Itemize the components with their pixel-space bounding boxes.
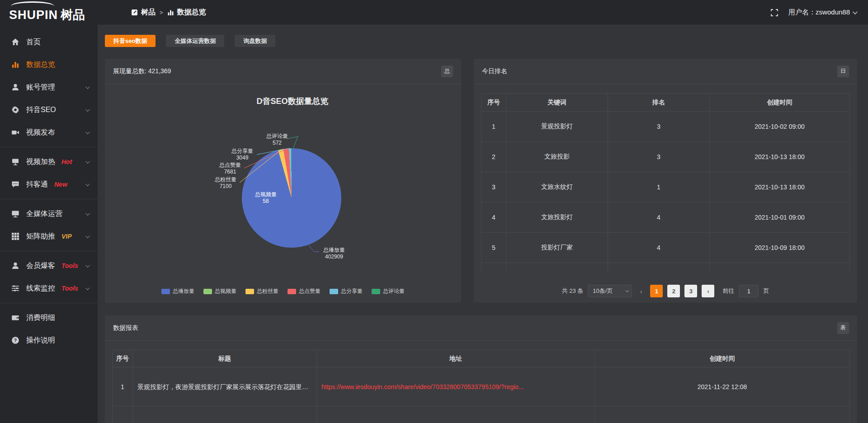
col-header-keyword: 关键词 — [506, 94, 608, 112]
sidebar-item-media-operation[interactable]: 全媒体运营 — [0, 202, 98, 225]
tab-media-operation-data[interactable]: 全媒体运营数据 — [166, 35, 224, 47]
cell-keyword: 文旅水纹灯 — [506, 172, 608, 202]
pie-label-value: 7681 — [210, 169, 250, 175]
table-row[interactable]: 4 文旅投影灯 4 2021-10-01 09:00 — [481, 202, 850, 233]
top-right-controls: 用户名：zswodun88 — [770, 8, 856, 17]
sidebar-item-label: 视频发布 — [26, 128, 55, 137]
legend-item-fans[interactable]: 总粉丝量 — [245, 287, 278, 295]
chevron-down-icon — [85, 159, 90, 164]
cell-keyword: 景观投影灯 — [506, 112, 608, 142]
page-button-1[interactable]: 1 — [650, 285, 663, 297]
sidebar-divider — [0, 199, 98, 199]
monitor-icon — [11, 210, 19, 218]
today-rank-title: 今日排名 — [482, 67, 507, 75]
page-button-2[interactable]: 2 — [667, 285, 680, 297]
sidebar-item-label: 消费明细 — [26, 313, 55, 323]
table-row[interactable]: 5 投影灯厂家 4 2021-10-09 18:00 — [481, 233, 850, 263]
table-row[interactable]: 1 景观投影灯 3 2021-10-02 09:00 — [481, 112, 850, 142]
legend-swatch — [288, 289, 296, 294]
day-toggle-button[interactable]: 日 — [837, 66, 849, 77]
logo-text-cn: 树品 — [61, 7, 85, 23]
tab-douyin-seo-data[interactable]: 抖音seo数据 — [105, 35, 156, 47]
col-header-index: 序号 — [113, 350, 133, 367]
pagination-total: 共 23 条 — [562, 287, 584, 295]
sidebar-item-account[interactable]: 账号管理 — [0, 76, 98, 99]
legend-item-likes[interactable]: 总点赞量 — [288, 287, 321, 295]
next-page-button[interactable]: › — [702, 285, 714, 297]
legend-item-shares[interactable]: 总分享量 — [330, 287, 363, 295]
tools-badge: Tools — [61, 262, 78, 269]
sidebar-item-label: 会员爆客 — [26, 261, 55, 271]
sidebar-item-label: 抖客通 — [26, 180, 48, 189]
sidebar-item-video-heat[interactable]: 视频加热 Hot — [0, 150, 98, 173]
cell-keyword: 投影灯厂家 — [506, 233, 608, 263]
legend-item-videos[interactable]: 总视频量 — [203, 287, 236, 295]
today-rank-panel: 今日排名 日 序号 关键词 排名 创建时间 1 景观投影灯 3 2021-10-… — [474, 59, 857, 303]
pie-label-fans: 总粉丝量 7100 — [205, 176, 246, 190]
legend-swatch — [203, 289, 212, 294]
vip-badge: VIP — [61, 233, 72, 240]
legend-label: 总播放量 — [173, 287, 194, 295]
col-header-time: 创建时间 — [595, 350, 850, 367]
sidebar-item-spending-detail[interactable]: 消费明细 — [0, 306, 98, 329]
sidebar-item-instructions[interactable]: 操作说明 — [0, 329, 98, 352]
sidebar-item-label: 视频加热 — [26, 157, 55, 167]
table-toggle-button[interactable]: 表 — [837, 322, 849, 334]
sidebar-divider — [0, 147, 98, 147]
breadcrumb-item-overview[interactable]: 数据总览 — [167, 8, 206, 17]
fullscreen-icon[interactable] — [770, 9, 778, 17]
sidebar-item-video-publish[interactable]: 视频发布 — [0, 121, 98, 144]
breadcrumb-label: 树品 — [141, 8, 156, 17]
cell-empty — [133, 406, 317, 423]
rank-table-header: 序号 关键词 排名 创建时间 — [481, 94, 850, 112]
video-link[interactable]: https://www.iesdouyin.com/share/video/70… — [321, 383, 524, 390]
cell-index: 4 — [481, 202, 506, 233]
cell-index: 2 — [481, 142, 506, 172]
cell-time: 2021-10-01 09:00 — [710, 202, 850, 233]
sidebar-item-lead-monitor[interactable]: 线索监控 Tools — [0, 277, 98, 300]
col-header-index: 序号 — [481, 94, 506, 112]
data-report-panel: 数据报表 表 序号 标题 地址 创建时间 1 景观投影灯，夜游景观投影灯厂家展示… — [105, 315, 857, 423]
user-menu[interactable]: 用户名：zswodun88 — [788, 8, 856, 17]
sidebar: 首页 数据总览 账号管理 抖音SEO 视频发布 视频加热 Hot 抖客通 New… — [0, 25, 98, 423]
table-row[interactable]: 2 文旅投影 3 2021-10-13 18:00 — [481, 142, 850, 172]
sidebar-item-home[interactable]: 首页 — [0, 31, 98, 53]
pie-label-name: 总评论量 — [266, 133, 288, 139]
breadcrumb-item-shupin[interactable]: 树品 — [131, 8, 156, 17]
table-row[interactable]: 3 文旅水纹灯 1 2021-10-13 18:00 — [481, 172, 850, 202]
table-row[interactable]: 1 景观投影灯，夜游景观投影灯厂家展示展示落花灯在花园里的灯光投影应用效果 #景… — [113, 367, 850, 406]
col-header-time: 创建时间 — [710, 94, 850, 112]
cell-time: 2021-10-09 18:00 — [710, 233, 850, 263]
sidebar-item-douketong[interactable]: 抖客通 New — [0, 173, 98, 196]
sidebar-item-member-tools[interactable]: 会员爆客 Tools — [0, 254, 98, 277]
sidebar-item-label: 线索监控 — [26, 284, 55, 293]
tab-inquiry-data[interactable]: 询盘数据 — [235, 35, 275, 47]
cell-rank: 1 — [608, 172, 710, 202]
breadcrumb-separator: > — [160, 9, 163, 16]
prev-page-button[interactable]: ‹ — [637, 287, 646, 295]
goto-page-input[interactable] — [739, 285, 759, 297]
page-button-3[interactable]: 3 — [684, 285, 697, 297]
page-size-value: 10条/页 — [593, 287, 613, 295]
bar-chart-icon — [11, 61, 19, 69]
cell-rank: 4 — [608, 233, 710, 263]
legend-item-plays[interactable]: 总播放量 — [161, 287, 194, 295]
sidebar-item-data-overview[interactable]: 数据总览 — [0, 53, 98, 76]
sidebar-item-matrix-boost[interactable]: 矩阵助推 VIP — [0, 225, 98, 248]
top-bar-main: 树品 > 数据总览 用户名：zswodun88 — [98, 0, 868, 25]
cell-index: 3 — [481, 172, 506, 202]
chevron-down-icon — [85, 85, 90, 89]
total-toggle-button[interactable]: 总 — [441, 66, 453, 77]
report-table-header: 序号 标题 地址 创建时间 — [113, 350, 850, 367]
screen-heat-icon — [11, 158, 19, 166]
sidebar-item-douyin-seo[interactable]: 抖音SEO — [0, 99, 98, 121]
chevron-down-icon — [85, 286, 90, 290]
mini-bar-chart-icon — [167, 9, 174, 16]
page-size-select[interactable]: 10条/页 — [588, 285, 632, 297]
col-header-title: 标题 — [133, 350, 317, 367]
legend-item-comments[interactable]: 总评论量 — [372, 287, 405, 295]
chat-bubble-icon — [11, 180, 19, 188]
breadcrumb-label: 数据总览 — [177, 8, 206, 17]
table-empty-row — [113, 406, 850, 423]
app-logo[interactable]: SHUPIN 树品 — [9, 2, 85, 23]
